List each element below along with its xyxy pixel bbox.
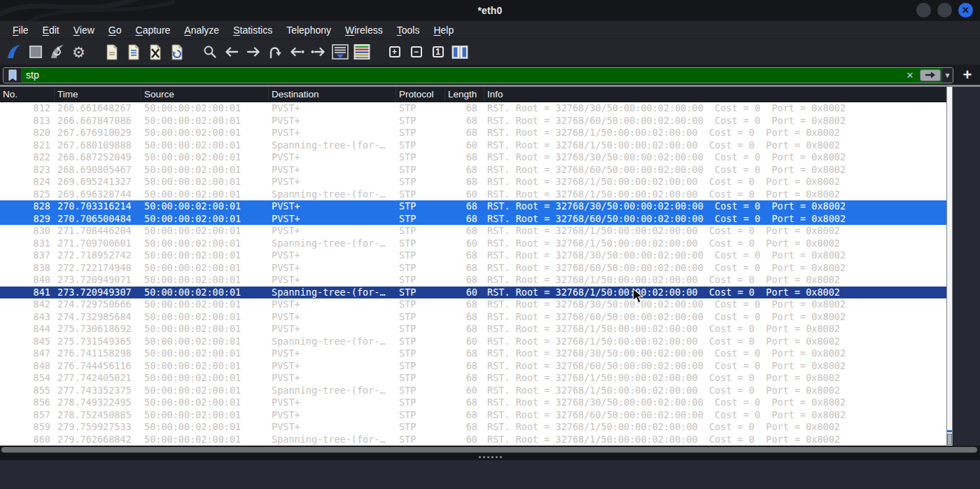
auto-scroll-icon[interactable]: [329, 41, 351, 62]
packet-row-837[interactable]: 837272.71895274250:00:00:02:00:01PVST+ST…: [0, 249, 946, 262]
packet-row-843[interactable]: 843274.73298568450:00:00:02:00:01PVST+ST…: [0, 311, 946, 324]
filter-dropdown-arrow[interactable]: ▼: [942, 68, 953, 83]
column-header-info[interactable]: Info: [484, 87, 946, 102]
maximize-button[interactable]: [937, 3, 952, 18]
menu-help[interactable]: Help: [426, 23, 461, 37]
packet-row-856[interactable]: 856278.74932249550:00:00:02:00:01PVST+ST…: [0, 397, 946, 409]
capture-options-icon[interactable]: ⚙: [68, 41, 90, 62]
packet-row-822[interactable]: 822268.68725204950:00:00:02:00:01PVST+ST…: [0, 151, 946, 164]
cell-source: 50:00:00:02:00:01: [141, 200, 269, 213]
cell-time: 273.720949071: [55, 274, 141, 287]
packet-row-855[interactable]: 855277.74335237550:00:00:02:00:01Spannin…: [0, 385, 946, 397]
go-last-icon[interactable]: [307, 41, 329, 62]
restart-capture-icon[interactable]: [46, 41, 68, 62]
packet-row-824[interactable]: 824269.69524132750:00:00:02:00:01PVST+ST…: [0, 176, 946, 188]
find-packet-icon[interactable]: [199, 41, 220, 62]
cell-no: 824: [0, 176, 55, 188]
resize-columns-icon[interactable]: [449, 41, 470, 62]
packet-row-847[interactable]: 847276.74115829850:00:00:02:00:01PVST+ST…: [0, 347, 946, 360]
menu-wireless[interactable]: Wireless: [338, 23, 390, 37]
menu-edit[interactable]: Edit: [36, 23, 66, 37]
column-header-protocol[interactable]: Protocol: [396, 87, 445, 102]
cell-length: 68: [445, 397, 484, 409]
menu-tools[interactable]: Tools: [390, 23, 427, 37]
packet-row-838[interactable]: 838272.72217494850:00:00:02:00:01PVST+ST…: [0, 262, 946, 275]
packet-row-840[interactable]: 840273.72094907150:00:00:02:00:01PVST+ST…: [0, 274, 946, 287]
packet-row-828[interactable]: 828270.70331621450:00:00:02:00:01PVST+ST…: [0, 200, 946, 213]
menu-telephony[interactable]: Telephony: [279, 23, 338, 37]
packet-row-820[interactable]: 820267.67691002950:00:00:02:00:01PVST+ST…: [0, 127, 946, 139]
zoom-in-icon[interactable]: +: [384, 41, 405, 62]
open-file-icon[interactable]: [101, 41, 122, 62]
packet-row-848[interactable]: 848276.74445611650:00:00:02:00:01PVST+ST…: [0, 360, 946, 373]
cell-length: 68: [445, 164, 484, 177]
vertical-scrollbar-thumb[interactable]: [947, 434, 952, 445]
start-capture-icon[interactable]: [3, 41, 24, 62]
vertical-scrollbar[interactable]: [946, 87, 953, 446]
cell-length: 68: [445, 151, 484, 164]
packet-row-854[interactable]: 854277.74240502150:00:00:02:00:01PVST+ST…: [0, 372, 946, 385]
cell-source: 50:00:00:02:00:01: [141, 151, 269, 164]
pane-splitter[interactable]: [0, 454, 980, 460]
packet-row-844[interactable]: 844275.73061869250:00:00:02:00:01PVST+ST…: [0, 323, 946, 336]
column-header-time[interactable]: Time: [55, 87, 141, 102]
packet-row-830[interactable]: 830271.70844620450:00:00:02:00:01PVST+ST…: [0, 225, 946, 237]
column-header-source[interactable]: Source: [141, 87, 269, 102]
filter-input[interactable]: stp: [22, 68, 902, 83]
cell-length: 68: [445, 213, 484, 226]
packet-row-859[interactable]: 859279.75992753350:00:00:02:00:01PVST+ST…: [0, 421, 946, 434]
packet-row-823[interactable]: 823268.69080546750:00:00:02:00:01PVST+ST…: [0, 164, 946, 177]
packet-row-812[interactable]: 812266.66164826750:00:00:02:00:01PVST+ST…: [0, 102, 946, 115]
packet-row-841[interactable]: 841273.72094930750:00:00:02:00:01Spannin…: [0, 287, 946, 299]
cell-info: RST. Root = 32768/30/50:00:00:02:00:00 C…: [484, 397, 946, 409]
go-forward-icon[interactable]: [242, 41, 264, 62]
packet-row-825[interactable]: 825269.69632874450:00:00:02:00:01Spannin…: [0, 188, 946, 201]
cell-source: 50:00:00:02:00:01: [141, 262, 269, 275]
menu-view[interactable]: View: [66, 23, 102, 37]
display-filter-widget: stp ✕ ▼: [3, 67, 953, 83]
minimize-button[interactable]: [916, 3, 931, 18]
horizontal-scrollbar-thumb[interactable]: [1, 447, 977, 453]
filter-bookmark-button[interactable]: [4, 68, 22, 83]
save-file-icon[interactable]: [122, 41, 144, 62]
packet-row-842[interactable]: 842274.72975066650:00:00:02:00:01PVST+ST…: [0, 298, 946, 311]
filter-clear-button[interactable]: ✕: [902, 68, 918, 83]
packet-row-831[interactable]: 831271.70970060150:00:00:02:00:01Spannin…: [0, 237, 946, 250]
cell-protocol: STP: [396, 200, 445, 213]
horizontal-scrollbar[interactable]: [0, 446, 980, 454]
cell-info: RST. Root = 32768/1/50:00:00:02:00:00 Co…: [484, 372, 946, 385]
menu-file[interactable]: File: [6, 23, 36, 37]
menu-capture[interactable]: Capture: [129, 23, 178, 37]
column-header-destination[interactable]: Destination: [269, 87, 396, 102]
filter-add-button[interactable]: +: [959, 67, 976, 83]
reload-file-icon[interactable]: [166, 41, 188, 62]
close-button[interactable]: ✕: [958, 3, 973, 18]
column-header-length[interactable]: Length: [445, 87, 484, 102]
cell-destination: PVST+: [269, 115, 396, 128]
column-header-no[interactable]: No.: [0, 87, 55, 102]
packet-row-857[interactable]: 857278.75245088550:00:00:02:00:01PVST+ST…: [0, 409, 946, 422]
packet-row-821[interactable]: 821267.68010988850:00:00:02:00:01Spannin…: [0, 139, 946, 152]
menu-analyze[interactable]: Analyze: [177, 23, 226, 37]
packet-row-845[interactable]: 845275.73154936550:00:00:02:00:01Spannin…: [0, 336, 946, 348]
zoom-out-icon[interactable]: −: [405, 41, 427, 62]
menu-statistics[interactable]: Statistics: [226, 23, 279, 37]
menu-go[interactable]: Go: [102, 23, 129, 37]
filter-apply-button[interactable]: [920, 69, 941, 81]
go-back-icon[interactable]: [220, 41, 242, 62]
close-file-icon[interactable]: [144, 41, 166, 62]
apply-arrow-icon: [924, 71, 937, 79]
colorize-icon[interactable]: [351, 41, 372, 62]
cell-time: 279.762668842: [55, 434, 141, 446]
packet-row-829[interactable]: 829270.70650048450:00:00:02:00:01PVST+ST…: [0, 213, 946, 226]
zoom-100-icon[interactable]: 1: [427, 41, 449, 62]
cell-no: 831: [0, 237, 55, 250]
cell-protocol: STP: [396, 360, 445, 373]
go-to-packet-icon[interactable]: [264, 41, 286, 62]
packet-row-813[interactable]: 813266.66784708650:00:00:02:00:01PVST+ST…: [0, 115, 946, 128]
cell-source: 50:00:00:02:00:01: [141, 225, 269, 237]
go-first-icon[interactable]: [286, 41, 307, 62]
packet-row-860[interactable]: 860279.76266884250:00:00:02:00:01Spannin…: [0, 434, 946, 446]
cell-info: RST. Root = 32768/1/50:00:00:02:00:00 Co…: [484, 385, 946, 397]
stop-capture-icon[interactable]: [24, 41, 46, 62]
